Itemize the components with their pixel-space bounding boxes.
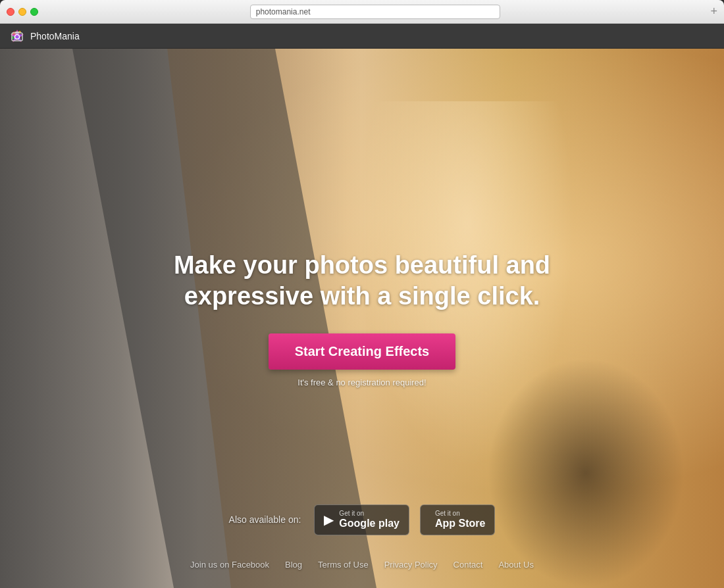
app-store-text: Get it on App Store (435, 510, 485, 529)
google-play-badge[interactable]: ▶ Get it on Google play (314, 504, 409, 535)
blog-link[interactable]: Blog (285, 560, 302, 570)
photomania-logo-icon (9, 28, 25, 44)
url-text: photomania.net (256, 7, 311, 16)
new-tab-button[interactable]: + (710, 5, 717, 18)
google-play-icon: ▶ (324, 513, 334, 526)
app-logo: PhotoMania (9, 28, 80, 44)
minimize-button[interactable] (18, 8, 26, 16)
app-store-get: Get it on (435, 510, 485, 517)
browser-titlebar: photomania.net + (0, 0, 724, 24)
cta-subtitle: It's free & no registration required! (297, 378, 426, 387)
app-store-badge[interactable]: Get it on App Store (420, 504, 495, 535)
svg-rect-8 (15, 32, 19, 34)
traffic-lights (7, 8, 38, 16)
app-name: PhotoMania (30, 31, 80, 41)
google-play-name: Google play (339, 517, 400, 529)
facebook-link[interactable]: Join us on Facebook (190, 560, 269, 570)
app-store-name: App Store (435, 517, 485, 529)
url-bar[interactable]: photomania.net (250, 5, 500, 19)
start-creating-button[interactable]: Start Creating Effects (269, 333, 456, 370)
google-play-text: Get it on Google play (339, 510, 400, 529)
terms-link[interactable]: Terms of Use (318, 560, 369, 570)
about-link[interactable]: About Us (498, 560, 533, 570)
hero-section: Make your photos beautiful and expressiv… (0, 49, 724, 588)
privacy-link[interactable]: Privacy Policy (384, 560, 438, 570)
google-play-get: Get it on (339, 510, 400, 517)
app-bar: PhotoMania (0, 24, 724, 49)
hero-headline: Make your photos beautiful and expressiv… (148, 250, 576, 312)
contact-link[interactable]: Contact (453, 560, 483, 570)
maximize-button[interactable] (30, 8, 38, 16)
also-available-label: Also available on: (229, 514, 301, 525)
close-button[interactable] (7, 8, 14, 16)
url-bar-container: photomania.net (46, 5, 704, 19)
browser-window: photomania.net + (0, 0, 724, 588)
app-badges-area: Also available on: ▶ Get it on Google pl… (0, 504, 724, 535)
footer-links: Join us on Facebook Blog Terms of Use Pr… (0, 560, 724, 570)
